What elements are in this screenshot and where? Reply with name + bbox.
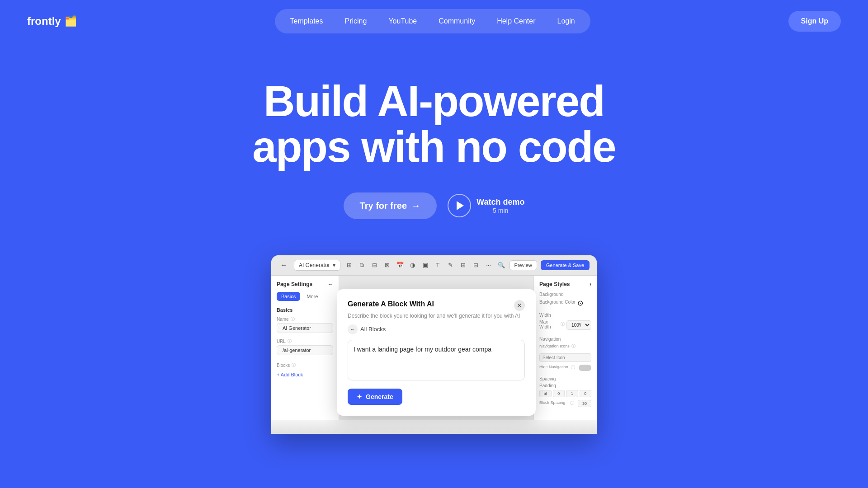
sign-up-button[interactable]: Sign Up <box>788 11 841 32</box>
center-canvas: Generate A Block With AI ✕ Describe the … <box>339 276 533 420</box>
right-panel-expand-icon[interactable]: › <box>590 281 591 287</box>
toolbar-icon-chart[interactable]: ◑ <box>408 261 417 270</box>
back-arrow-icon: ← <box>348 324 358 334</box>
panel-name-label: Name ⓘ <box>271 314 339 323</box>
nav-link-pricing[interactable]: Pricing <box>335 13 377 30</box>
toolbar-icon-more[interactable]: ··· <box>484 261 493 270</box>
spacing-section-title: Spacing <box>539 376 591 381</box>
ai-dialog: Generate A Block With AI ✕ Describe the … <box>337 289 536 416</box>
panel-name-input[interactable]: AI Generator <box>277 323 333 333</box>
app-preview: ← AI Generator ▾ ⊞ ⧉ ⊟ ⊠ 📅 ◑ ▣ T ✎ ⊞ ⊟ ·… <box>271 255 597 434</box>
logo[interactable]: frontly 🗂️ <box>27 15 77 28</box>
watch-demo[interactable]: Watch demo 5 min <box>448 194 524 217</box>
try-free-button[interactable]: Try for free → <box>344 192 437 219</box>
toolbar-icon-minus[interactable]: ⊟ <box>472 261 481 270</box>
max-width-dropdown[interactable]: 100% <box>566 320 591 330</box>
toolbar-generator-label[interactable]: AI Generator ▾ <box>294 260 340 271</box>
ai-dialog-title: Generate A Block With AI <box>348 300 434 308</box>
logo-icon: 🗂️ <box>65 15 77 27</box>
hero-actions: Try for free → Watch demo 5 min <box>9 192 859 219</box>
panel-section-basics: Basics <box>271 305 339 314</box>
panel-tabs: Basics More <box>271 292 339 305</box>
width-section-title: Width <box>539 313 591 318</box>
toolbar-icon-text[interactable]: T <box>434 261 443 270</box>
add-block-button[interactable]: + Add Block <box>271 369 339 380</box>
ai-dialog-header: Generate A Block With AI ✕ <box>348 300 525 311</box>
toolbar-icon-search[interactable]: 🔍 <box>497 261 506 270</box>
generate-save-button[interactable]: Generate & Save <box>541 260 590 270</box>
ai-dialog-back-button[interactable]: ← All Blocks <box>348 324 525 334</box>
toolbar-icon-copy[interactable]: ⧉ <box>358 261 367 270</box>
panel-url-input[interactable]: /ai-generator <box>277 345 333 355</box>
color-swatch-icon[interactable]: ⊙ <box>577 299 583 307</box>
app-body: Page Settings ← Basics More Basics Name … <box>271 276 597 420</box>
padding-label: Padding <box>539 383 591 388</box>
toolbar-icon-grid3[interactable]: ⊞ <box>459 261 468 270</box>
panel-header: Page Settings ← <box>271 281 339 292</box>
nav-link-templates[interactable]: Templates <box>280 13 333 30</box>
play-icon <box>457 201 464 210</box>
toolbar-icon-grid2[interactable]: ⊟ <box>370 261 379 270</box>
hero-title-line2: apps with no code <box>252 122 615 171</box>
play-button[interactable] <box>448 194 471 217</box>
toolbar-icon-grid[interactable]: ⊞ <box>345 261 354 270</box>
preview-button[interactable]: Preview <box>509 260 537 270</box>
hero-section: Build AI-powered apps with no code Try f… <box>0 42 868 246</box>
toolbar-icon-calendar[interactable]: 📅 <box>396 261 405 270</box>
panel-title: Page Settings <box>277 281 312 287</box>
ai-generate-button[interactable]: ✦ Generate <box>348 389 402 405</box>
padding-inputs <box>539 390 591 397</box>
panel-tab-basics[interactable]: Basics <box>277 292 300 301</box>
panel-blocks-label: Blocks ⓘ <box>271 361 339 369</box>
hero-title-line1: Build AI-powered <box>264 77 604 125</box>
hero-title: Build AI-powered apps with no code <box>9 79 859 170</box>
right-panel: Page Styles › Background Background Colo… <box>533 276 597 420</box>
ai-generate-label: Generate <box>366 393 393 400</box>
toolbar-back-button[interactable]: ← <box>278 260 289 271</box>
navigation-section-title: Navigation <box>539 337 591 342</box>
background-color-field: Background Color ⊙ <box>539 299 591 307</box>
ai-dialog-close-button[interactable]: ✕ <box>514 300 525 311</box>
select-icon-button[interactable]: Select Icon <box>539 353 591 362</box>
watch-demo-text: Watch demo 5 min <box>476 197 524 214</box>
right-panel-spacing: Spacing Padding Block Spacing ⓘ 30 <box>539 376 591 407</box>
nav-link-help-center[interactable]: Help Center <box>487 13 545 30</box>
width-field: Max Width ⓘ 100% <box>539 319 591 331</box>
right-panel-title: Page Styles › <box>539 281 591 287</box>
watch-demo-title: Watch demo <box>476 197 524 207</box>
app-toolbar: ← AI Generator ▾ ⊞ ⧉ ⊟ ⊠ 📅 ◑ ▣ T ✎ ⊞ ⊟ ·… <box>271 255 597 276</box>
padding-input-al[interactable] <box>539 390 552 397</box>
hide-nav-field: Hide Navigation ⓘ <box>539 365 591 371</box>
hide-nav-toggle[interactable] <box>579 365 591 371</box>
padding-input-2[interactable] <box>580 390 592 397</box>
panel-url-label: URL ⓘ <box>271 337 339 345</box>
nav-icons-field: Navigation Icons ⓘ <box>539 343 591 351</box>
navbar: frontly 🗂️ Templates Pricing YouTube Com… <box>0 0 868 42</box>
try-free-label: Try for free <box>360 201 407 211</box>
panel-collapse-icon[interactable]: ← <box>328 281 333 287</box>
generate-icon: ✦ <box>357 393 362 400</box>
toolbar-icons: ⊞ ⧉ ⊟ ⊠ 📅 ◑ ▣ T ✎ ⊞ ⊟ ··· 🔍 Preview Gene… <box>345 260 590 270</box>
logo-text: frontly <box>27 15 61 28</box>
toolbar-icon-table[interactable]: ⊠ <box>383 261 392 270</box>
watch-demo-duration: 5 min <box>476 207 524 214</box>
block-spacing-input[interactable]: 30 <box>578 400 591 407</box>
toolbar-icon-block[interactable]: ▣ <box>421 261 430 270</box>
toolbar-icon-edit[interactable]: ✎ <box>446 261 455 270</box>
nav-link-community[interactable]: Community <box>429 13 485 30</box>
nav-links-container: Templates Pricing YouTube Community Help… <box>275 9 590 33</box>
right-panel-navigation: Navigation Navigation Icons ⓘ Select Ico… <box>539 337 591 371</box>
ai-dialog-textarea[interactable] <box>348 340 525 380</box>
block-spacing-field: Block Spacing ⓘ 30 <box>539 400 591 407</box>
panel-tab-more[interactable]: More <box>302 292 322 301</box>
nav-link-login[interactable]: Login <box>547 13 585 30</box>
max-width-label: Max Width ⓘ <box>539 319 565 329</box>
padding-input-1[interactable] <box>566 390 578 397</box>
ai-dialog-subtitle: Describe the block you're looking for an… <box>348 313 525 319</box>
background-color-label: Background Color <box>539 300 576 305</box>
nav-link-youtube[interactable]: YouTube <box>378 13 427 30</box>
ai-dialog-back-label: All Blocks <box>360 326 386 333</box>
padding-input-0[interactable] <box>553 390 565 397</box>
background-section-title: Background <box>539 292 591 297</box>
right-panel-background: Background Background Color ⊙ <box>539 292 591 307</box>
